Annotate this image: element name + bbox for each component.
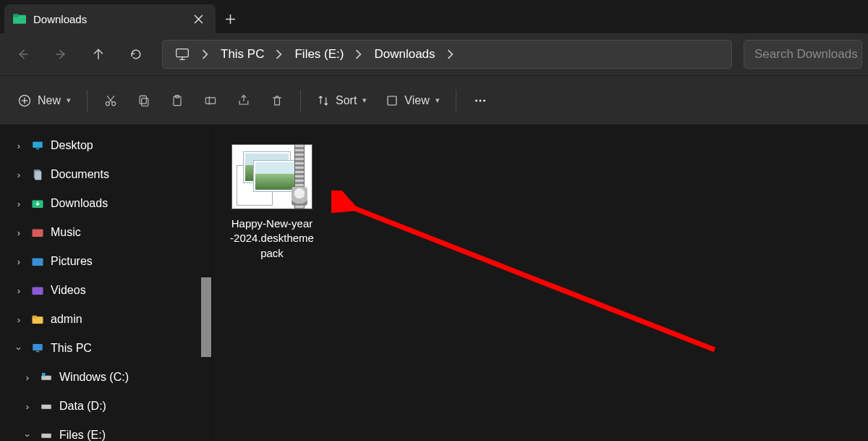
chevron-right-icon[interactable]: [197, 41, 213, 68]
svg-point-12: [475, 99, 477, 101]
breadcrumb-drive[interactable]: Files (E:): [287, 41, 351, 68]
chevron-right-icon[interactable]: ›: [13, 256, 25, 267]
folder-icon: [13, 12, 26, 25]
annotation-arrow: [331, 190, 838, 441]
chevron-right-icon[interactable]: ›: [22, 372, 33, 383]
svg-rect-28: [42, 373, 46, 377]
share-button[interactable]: [229, 86, 258, 115]
svg-rect-25: [33, 344, 43, 350]
delete-button[interactable]: [263, 86, 292, 115]
more-button[interactable]: [465, 86, 495, 115]
svg-rect-26: [36, 351, 40, 353]
sidebar-label: Videos: [51, 284, 86, 297]
chevron-down-icon[interactable]: ›: [14, 343, 25, 354]
new-label: New: [38, 94, 61, 107]
nav-row: This PC Files (E:) Downloads Search Down…: [0, 33, 868, 75]
chevron-down-icon: ▾: [435, 96, 440, 105]
drive-icon: [40, 400, 53, 413]
documents-icon: [31, 168, 44, 181]
chevron-right-icon[interactable]: ›: [13, 227, 25, 238]
sidebar-item-desktop[interactable]: › Desktop: [0, 131, 211, 160]
sort-button[interactable]: Sort ▾: [310, 86, 374, 115]
svg-rect-21: [33, 259, 43, 266]
file-item[interactable]: Happy-New-year -2024.desktheme pack: [231, 144, 313, 261]
content-area[interactable]: Happy-New-year -2024.desktheme pack: [212, 125, 868, 441]
chevron-right-icon[interactable]: ›: [22, 401, 33, 412]
chevron-right-icon[interactable]: [351, 41, 367, 68]
chevron-right-icon[interactable]: ›: [13, 198, 25, 209]
view-button[interactable]: View ▾: [378, 86, 446, 115]
sidebar-item-admin[interactable]: › admin: [0, 305, 211, 334]
command-bar: New ▾ Sort ▾ View ▾: [0, 75, 868, 125]
svg-rect-22: [33, 287, 43, 295]
file-name: Happy-New-year -2024.desktheme pack: [230, 217, 314, 261]
close-icon[interactable]: [188, 9, 208, 29]
svg-rect-24: [33, 316, 38, 319]
downloads-icon: [31, 197, 44, 210]
svg-rect-15: [33, 142, 43, 148]
chevron-right-icon[interactable]: [443, 41, 459, 68]
chevron-down-icon[interactable]: ›: [22, 429, 33, 441]
body: › Desktop › Documents › Downloads › Musi…: [0, 125, 868, 441]
sidebar-label: Pictures: [51, 255, 93, 268]
sidebar-item-documents[interactable]: › Documents: [0, 160, 211, 189]
sidebar-label: Windows (C:): [59, 371, 129, 384]
pc-icon[interactable]: [167, 41, 197, 68]
forward-button[interactable]: [43, 40, 78, 69]
copy-button[interactable]: [129, 86, 158, 115]
chevron-down-icon: ▾: [67, 96, 71, 105]
svg-rect-2: [176, 49, 189, 57]
separator: [300, 90, 301, 112]
svg-rect-11: [388, 96, 396, 105]
svg-point-14: [483, 99, 485, 101]
svg-rect-30: [41, 434, 51, 438]
sidebar-item-this-pc[interactable]: › This PC: [0, 334, 211, 363]
tab-downloads[interactable]: Downloads: [4, 4, 216, 33]
svg-rect-27: [41, 376, 51, 380]
sidebar-item-music[interactable]: › Music: [0, 218, 211, 247]
share-icon: [237, 93, 251, 108]
rename-button[interactable]: [196, 86, 225, 115]
breadcrumb-folder[interactable]: Downloads: [367, 41, 442, 68]
sidebar-label: Music: [51, 226, 81, 239]
chevron-down-icon: ▾: [362, 96, 367, 105]
new-tab-button[interactable]: [216, 4, 244, 33]
sort-icon: [317, 94, 330, 107]
new-button[interactable]: New ▾: [10, 86, 78, 115]
paste-button[interactable]: [163, 86, 192, 115]
sidebar-item-data-d[interactable]: › Data (D:): [0, 392, 211, 421]
svg-rect-18: [35, 172, 41, 180]
svg-rect-7: [140, 96, 146, 104]
up-button[interactable]: [81, 40, 116, 69]
chevron-right-icon[interactable]: ›: [13, 285, 25, 296]
titlebar: Downloads: [0, 0, 868, 33]
chevron-right-icon[interactable]: [271, 41, 287, 68]
pictures-icon: [31, 255, 44, 268]
sidebar-item-windows-c[interactable]: › Windows (C:): [0, 363, 211, 392]
chevron-right-icon[interactable]: ›: [13, 169, 25, 180]
pc-icon: [31, 342, 44, 355]
svg-rect-29: [41, 405, 51, 409]
sidebar-item-pictures[interactable]: › Pictures: [0, 247, 211, 276]
back-button[interactable]: [6, 40, 41, 69]
trash-icon: [270, 93, 284, 108]
breadcrumb-this-pc[interactable]: This PC: [213, 41, 271, 68]
svg-line-31: [346, 205, 715, 350]
refresh-button[interactable]: [119, 40, 153, 69]
file-thumbnail: [231, 144, 312, 209]
drive-icon: [40, 429, 53, 441]
chevron-right-icon[interactable]: ›: [13, 314, 25, 325]
sidebar-item-videos[interactable]: › Videos: [0, 276, 211, 305]
view-label: View: [404, 94, 429, 107]
sidebar-item-downloads[interactable]: › Downloads: [0, 189, 211, 218]
scrollbar-thumb[interactable]: [201, 277, 211, 357]
plus-circle-icon: [17, 93, 32, 108]
search-input[interactable]: Search Downloads: [744, 40, 862, 69]
address-bar[interactable]: This PC Files (E:) Downloads: [162, 40, 732, 69]
cut-button[interactable]: [96, 86, 125, 115]
chevron-right-icon[interactable]: ›: [13, 140, 25, 151]
tab-title: Downloads: [33, 13, 181, 25]
sidebar-item-files-e[interactable]: › Files (E:): [0, 421, 211, 441]
clipboard-icon: [170, 93, 184, 108]
rename-icon: [203, 93, 218, 108]
